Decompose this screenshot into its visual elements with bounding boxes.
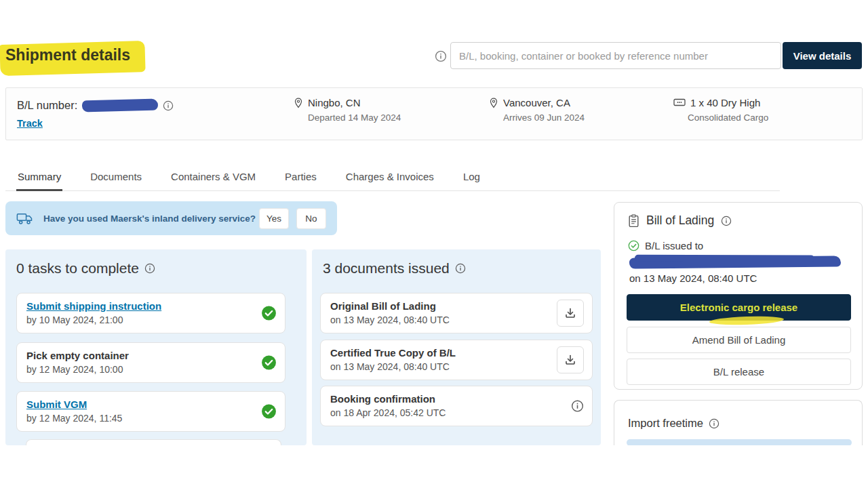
import-freetime-info-icon[interactable] [709, 418, 719, 429]
electronic-cargo-release-button[interactable]: Electronic cargo release [627, 294, 851, 321]
cargo-block: 1 x 40 Dry High Consolidated Cargo [673, 97, 768, 123]
tasks-panel: 0 tasks to complete Submit shipping inst… [5, 249, 307, 445]
task-complete-check-icon [261, 306, 277, 321]
task-title-pick-empty-container: Pick empty container [26, 350, 275, 361]
bill-of-lading-info-icon[interactable] [721, 216, 732, 226]
clipboard-icon [628, 214, 639, 228]
truck-icon [16, 212, 34, 225]
document-title: Certified True Copy of B/L [330, 347, 583, 359]
inland-delivery-banner: Have you used Maersk's inland delivery s… [5, 201, 337, 235]
issued-date: on 13 May 2024, 08:40 UTC [629, 272, 757, 284]
location-pin-icon [294, 98, 303, 108]
task-row: Pick empty container by 12 May 2024, 10:… [16, 342, 285, 383]
bill-of-lading-card: Bill of Lading B/L issued to on 13 May 2… [614, 202, 863, 390]
destination-status: Arrives 09 Jun 2024 [503, 113, 585, 123]
issued-check-icon [628, 240, 639, 251]
bl-number-label: B/L number: [17, 99, 77, 112]
origin-block: Ningbo, CN Departed 14 May 2024 [294, 97, 401, 123]
location-pin-icon [489, 98, 498, 108]
import-freetime-card: Import freetime [614, 400, 863, 445]
amend-bill-of-lading-button[interactable]: Amend Bill of Lading [627, 327, 851, 353]
tab-containers-vgm[interactable]: Containers & VGM [170, 171, 257, 190]
tasks-title: 0 tasks to complete [16, 260, 139, 277]
tab-parties[interactable]: Parties [283, 171, 318, 190]
document-info-icon[interactable] [571, 400, 584, 413]
yes-button[interactable]: Yes [259, 208, 289, 229]
import-freetime-title: Import freetime [628, 417, 703, 430]
document-date: on 13 May 2024, 08:40 UTC [330, 361, 583, 372]
content-bottom-whitespace [0, 445, 868, 488]
documents-title: 3 documents issued [323, 260, 450, 277]
task-link-submit-shipping-instruction[interactable]: Submit shipping instruction [26, 300, 275, 312]
no-button[interactable]: No [296, 208, 326, 229]
document-row: Certified True Copy of B/L on 13 May 202… [320, 340, 593, 380]
tab-summary[interactable]: Summary [16, 171, 62, 190]
bill-of-lading-title: Bill of Lading [646, 214, 714, 228]
destination-city: Vancouver, CA [503, 97, 570, 108]
documents-info-icon[interactable] [455, 263, 466, 274]
task-row: Submit VGM by 12 May 2024, 11:45 [16, 391, 285, 432]
shipment-header-card: B/L number: Track Ningbo, CN Departed 14… [5, 87, 863, 140]
cargo-title: 1 x 40 Dry High [690, 97, 760, 108]
bl-release-button[interactable]: B/L release [627, 359, 851, 385]
task-due-date: by 10 May 2024, 21:00 [26, 314, 275, 325]
documents-panel: 3 documents issued Original Bill of Ladi… [312, 249, 601, 445]
document-date: on 18 Apr 2024, 05:42 UTC [330, 407, 583, 418]
container-icon [673, 98, 686, 107]
tab-documents[interactable]: Documents [89, 171, 143, 190]
document-title: Original Bill of Lading [330, 300, 583, 312]
document-title: Booking confirmation [330, 393, 583, 405]
origin-city: Ningbo, CN [308, 97, 361, 108]
task-row: Submit shipping instruction by 10 May 20… [16, 293, 285, 333]
view-details-button[interactable]: View details [783, 42, 862, 69]
document-row: Booking confirmation on 18 Apr 2024, 05:… [320, 386, 593, 426]
tab-log[interactable]: Log [462, 171, 481, 190]
issued-to-redacted [629, 256, 841, 268]
task-row-partial [26, 439, 281, 445]
task-complete-check-icon [261, 355, 277, 371]
issued-status: B/L issued to [645, 240, 703, 251]
document-date: on 13 May 2024, 08:40 UTC [330, 314, 583, 325]
document-row: Original Bill of Lading on 13 May 2024, … [320, 293, 593, 333]
banner-question: Have you used Maersk's inland delivery s… [43, 214, 256, 224]
download-button[interactable] [557, 300, 584, 327]
track-link[interactable]: Track [17, 118, 43, 129]
search-info-icon[interactable] [435, 50, 447, 62]
bl-info-icon[interactable] [163, 100, 174, 111]
page-title: Shipment details [5, 46, 130, 64]
tab-bar: Summary Documents Containers & VGM Parti… [5, 164, 780, 191]
tab-charges-invoices[interactable]: Charges & Invoices [344, 171, 435, 190]
search-input[interactable] [450, 42, 781, 69]
task-complete-check-icon [261, 404, 277, 420]
destination-block: Vancouver, CA Arrives 09 Jun 2024 [489, 97, 585, 123]
tasks-info-icon[interactable] [144, 263, 155, 274]
task-due-date: by 12 May 2024, 10:00 [26, 364, 275, 375]
task-link-submit-vgm[interactable]: Submit VGM [26, 399, 275, 410]
origin-status: Departed 14 May 2024 [308, 113, 401, 123]
task-due-date: by 12 May 2024, 11:45 [26, 413, 275, 424]
download-button[interactable] [557, 346, 584, 373]
bl-number-redacted [82, 99, 158, 113]
cargo-subtitle: Consolidated Cargo [688, 113, 768, 123]
